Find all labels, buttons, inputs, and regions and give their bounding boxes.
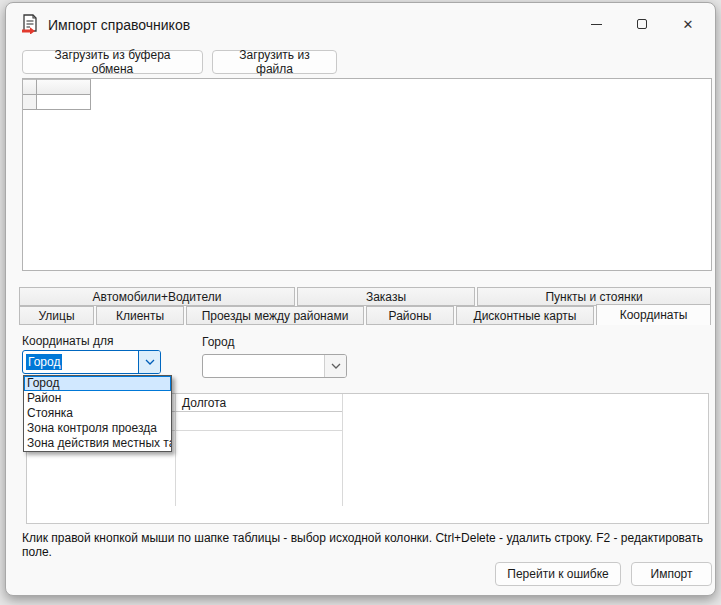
tab-ulitsy[interactable]: Улицы xyxy=(19,306,94,325)
tab-klienty[interactable]: Клиенты xyxy=(96,306,184,325)
grid-corner-cell xyxy=(23,79,37,95)
source-data-grid-panel[interactable] xyxy=(22,78,712,271)
import-button[interactable]: Импорт xyxy=(631,562,712,586)
tabstrip-row-2: Улицы Клиенты Проезды между районами Рай… xyxy=(19,306,713,325)
grid-row-header[interactable] xyxy=(23,95,37,110)
close-button[interactable]: ✕ xyxy=(665,7,711,41)
maximize-button[interactable] xyxy=(619,7,665,41)
load-from-file-button[interactable]: Загрузить из файла xyxy=(212,50,337,74)
import-dialog-window: Импорт справочников ✕ Загрузить из буфер… xyxy=(5,2,716,596)
city-combobox-dropdown-button[interactable] xyxy=(324,355,346,377)
table-column-divider xyxy=(342,394,343,506)
hint-text: Клик правой кнопкой мыши по шапке таблиц… xyxy=(22,531,714,559)
dropdown-item-zona-deystviya[interactable]: Зона действия местных тар xyxy=(24,436,171,451)
goto-error-button[interactable]: Перейти к ошибке xyxy=(495,562,621,586)
city-combobox-value xyxy=(203,355,324,377)
tab-diskontnye-karty[interactable]: Дисконтные карты xyxy=(456,306,594,325)
tab-proezdy-mezhdu-rayonami[interactable]: Проезды между районами xyxy=(186,306,364,325)
maximize-icon xyxy=(637,19,647,29)
minimize-button[interactable] xyxy=(573,7,619,41)
window-controls: ✕ xyxy=(573,7,711,41)
grid-column-header[interactable] xyxy=(37,79,91,95)
chevron-down-icon xyxy=(145,359,155,365)
dropdown-item-gorod[interactable]: Город xyxy=(24,376,171,391)
close-icon: ✕ xyxy=(683,18,694,31)
tab-avtomobili-voditeli[interactable]: Автомобили+Водители xyxy=(19,287,295,306)
tab-rayony[interactable]: Районы xyxy=(366,306,454,325)
tab-zakazy[interactable]: Заказы xyxy=(297,287,475,306)
tab-koordinaty-active[interactable]: Координаты xyxy=(596,304,711,325)
grid-data-cell[interactable] xyxy=(37,95,91,110)
coords-for-combobox[interactable]: Город xyxy=(22,350,161,374)
load-from-clipboard-button[interactable]: Загрузить из буфера обмена xyxy=(22,50,203,74)
import-icon xyxy=(20,14,40,34)
coords-for-label: Координаты для xyxy=(22,334,113,348)
titlebar: Импорт справочников ✕ xyxy=(6,3,715,47)
dropdown-item-stoyanka[interactable]: Стоянка xyxy=(24,406,171,421)
minimize-icon xyxy=(591,24,602,25)
dropdown-item-zona-kontrolya[interactable]: Зона контроля проезда xyxy=(24,421,171,436)
dropdown-item-rayon[interactable]: Район xyxy=(24,391,171,406)
coords-for-combobox-value: Город xyxy=(23,351,138,373)
city-combobox[interactable] xyxy=(202,354,347,378)
column-header-dolgota[interactable]: Долгота xyxy=(182,395,226,411)
city-label: Город xyxy=(202,335,234,349)
chevron-down-icon xyxy=(331,363,341,369)
coords-for-dropdown-list: Город Район Стоянка Зона контроля проезд… xyxy=(23,375,172,452)
selected-value-text: Город xyxy=(26,354,62,370)
coords-for-combobox-dropdown-button[interactable] xyxy=(138,351,160,373)
window-title: Импорт справочников xyxy=(48,3,190,47)
